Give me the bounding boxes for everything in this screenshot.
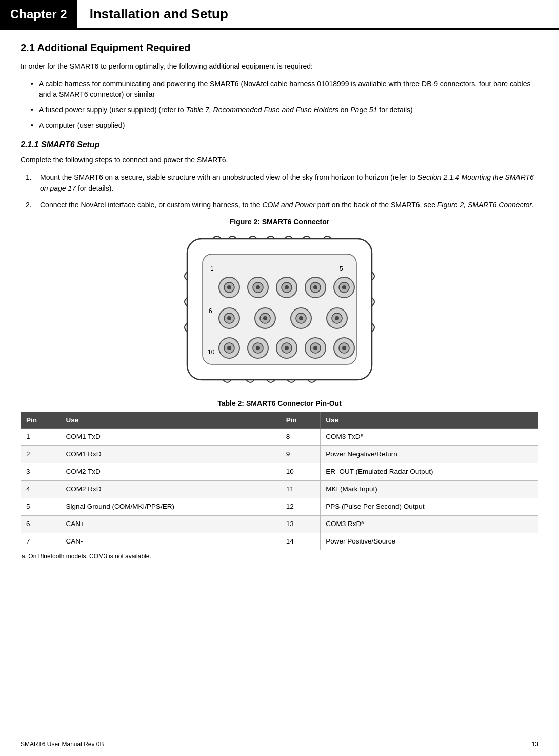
table-cell: 12 [281,498,321,515]
connector-figure: 1 5 6 9 10 14 [21,231,538,390]
svg-point-46 [313,346,317,350]
table-cell: 6 [21,515,61,533]
svg-point-40 [256,346,260,350]
svg-point-31 [299,316,303,320]
section-2-1-intro: In order for the SMART6 to perform optim… [21,61,538,72]
table-cell: 5 [21,498,61,515]
table-cell: COM2 TxD [61,463,281,480]
table-cell: MKI (Mark Input) [321,480,538,498]
table-cell: 13 [281,515,321,533]
list-item: A fused power supply (user supplied) (re… [31,105,538,116]
table-cell: Power Negative/Return [321,446,538,463]
table-cell: Signal Ground (COM/MKI/PPS/ER) [61,498,281,515]
list-item: A computer (user supplied) [31,120,538,131]
italic-ref: Section 2.1.4 Mounting the SMART6 on pag… [40,173,534,192]
table-cell: 7 [21,533,61,550]
table-cell: COM1 RxD [61,446,281,463]
svg-point-43 [285,346,289,350]
footer-left: SMART6 User Manual Rev 0B [21,741,104,748]
italic-ref: Page 51 [350,106,377,114]
svg-point-16 [285,285,289,289]
italic-ref: Figure 2, SMART6 Connector [437,201,532,209]
table-cell: 3 [21,463,61,480]
col-pin-2: Pin [281,412,321,429]
col-use-2: Use [321,412,538,429]
table-row: 1COM1 TxD8COM3 TxDᵃ [21,429,538,446]
table-cell: COM3 RxDᵃ [321,515,538,533]
table-cell: 4 [21,480,61,498]
table-cell: 11 [281,480,321,498]
svg-text:6: 6 [209,307,212,315]
italic-ref: COM and Power [262,201,315,209]
connector-diagram: 1 5 6 9 10 14 [172,231,387,390]
setup-steps: Mount the SMART6 on a secure, stable str… [26,172,538,210]
table-row: 3COM2 TxD10ER_OUT (Emulated Radar Output… [21,463,538,480]
svg-point-22 [342,285,346,289]
table-cell: 9 [281,446,321,463]
svg-point-49 [342,346,346,350]
table-cell: CAN- [61,533,281,550]
chapter-title: Installation and Setup [77,0,559,28]
section-2-1-heading: 2.1 Additional Equipment Required [21,42,538,54]
table-cell: COM1 TxD [61,429,281,446]
table-row: 5Signal Ground (COM/MKI/PPS/ER)12PPS (Pu… [21,498,538,515]
table-cell: COM2 RxD [61,480,281,498]
footer-right: 13 [532,741,538,748]
table-header-row: Pin Use Pin Use [21,412,538,429]
table-cell: 10 [281,463,321,480]
table-row: 2COM1 RxD9Power Negative/Return [21,446,538,463]
italic-ref: Table 7, Recommended Fuse and Fuse Holde… [186,106,338,114]
list-item: Mount the SMART6 on a secure, stable str… [26,172,538,194]
table-cell: 2 [21,446,61,463]
table-cell: 1 [21,429,61,446]
svg-point-19 [313,285,317,289]
table-cell: Power Positive/Source [321,533,538,550]
table-row: 7CAN-14Power Positive/Source [21,533,538,550]
main-content: 2.1 Additional Equipment Required In ord… [0,42,559,581]
svg-text:5: 5 [340,265,343,273]
page-footer: SMART6 User Manual Rev 0B 13 [21,741,538,748]
table-title: Table 2: SMART6 Connector Pin-Out [21,399,538,408]
table-footnote: a. On Bluetooth models, COM3 is not avai… [22,552,538,561]
table-row: 6CAN+13COM3 RxDᵃ [21,515,538,533]
table-cell: 8 [281,429,321,446]
table-cell: 14 [281,533,321,550]
table-row: 4COM2 RxD11MKI (Mark Input) [21,480,538,498]
svg-point-28 [263,316,267,320]
chapter-label: Chapter 2 [0,0,77,28]
equipment-list: A cable harness for communicating and po… [31,79,538,131]
table-cell: ER_OUT (Emulated Radar Output) [321,463,538,480]
svg-point-25 [227,316,231,320]
chapter-header: Chapter 2 Installation and Setup [0,0,559,30]
svg-point-37 [227,346,231,350]
section-2-1-1-heading: 2.1.1 SMART6 Setup [21,140,538,149]
table-cell: CAN+ [61,515,281,533]
table-cell: PPS (Pulse Per Second) Output [321,498,538,515]
figure-title: Figure 2: SMART6 Connector [21,218,538,226]
table-cell: COM3 TxDᵃ [321,429,538,446]
section-2-1-1-intro: Complete the following steps to connect … [21,154,538,166]
svg-point-13 [256,285,260,289]
pin-out-table: Pin Use Pin Use 1COM1 TxD8COM3 TxDᵃ2COM1… [21,412,538,550]
list-item: Connect the NovAtel interface cable, or … [26,200,538,211]
col-use-1: Use [61,412,281,429]
svg-point-34 [335,316,339,320]
svg-text:1: 1 [210,265,214,273]
svg-point-10 [227,285,231,289]
col-pin-1: Pin [21,412,61,429]
list-item: A cable harness for communicating and po… [31,79,538,101]
table-body: 1COM1 TxD8COM3 TxDᵃ2COM1 RxD9Power Negat… [21,429,538,550]
svg-text:10: 10 [208,348,215,356]
